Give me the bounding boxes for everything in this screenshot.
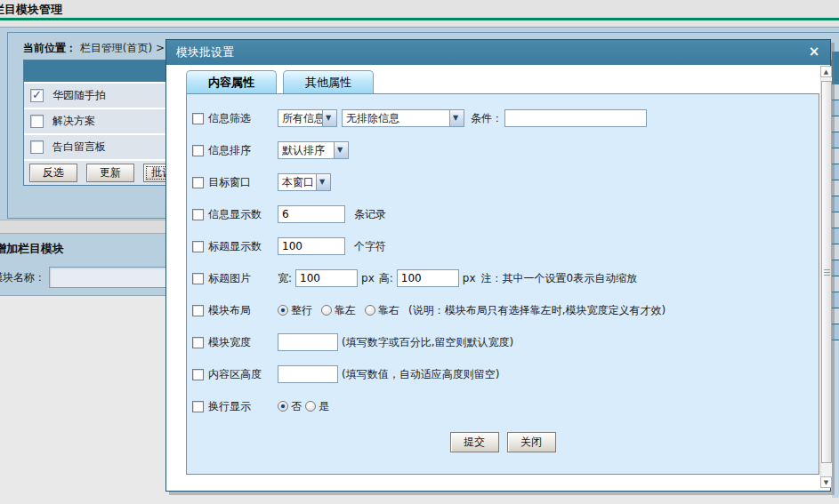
target-window-select[interactable]: 本窗口 <box>278 173 331 191</box>
checkbox-icon[interactable] <box>30 140 44 154</box>
sub-bar <box>0 20 839 27</box>
checkbox-icon[interactable] <box>192 337 204 348</box>
form-row-filter: 信息筛选 所有信息 无排除信息 条件： <box>187 102 819 134</box>
checkbox-checked-icon[interactable] <box>30 89 44 102</box>
form-row-title-count: 标题显示数 个字符 <box>187 230 819 262</box>
field-label: 信息显示数 <box>208 207 278 222</box>
field-label: 信息筛选 <box>208 111 278 126</box>
checkbox-icon[interactable] <box>192 305 204 316</box>
radio-icon[interactable] <box>365 305 375 316</box>
module-row-label[interactable]: 告白留言板 <box>52 140 106 155</box>
radio-label[interactable]: 整行 <box>291 303 312 318</box>
checkbox-icon[interactable] <box>192 177 204 188</box>
radio-icon[interactable] <box>321 305 332 316</box>
chevron-down-icon <box>322 110 336 126</box>
sort-select[interactable]: 默认排序 <box>278 141 349 159</box>
unit-label: 个字符 <box>354 239 386 254</box>
radio-label[interactable]: 靠右 <box>378 303 399 318</box>
tab-content-properties[interactable]: 内容属性 <box>186 70 277 93</box>
radio-selected-icon[interactable] <box>278 305 288 316</box>
checkbox-icon[interactable] <box>192 113 204 124</box>
checkbox-icon[interactable] <box>192 241 204 252</box>
select-value: 所有信息 <box>278 111 322 126</box>
close-icon[interactable]: × <box>805 40 823 65</box>
table-right-edge-rows <box>832 84 839 342</box>
info-count-input[interactable] <box>278 205 345 223</box>
width-label: 宽: <box>278 271 292 286</box>
height-label: 高: <box>379 271 393 286</box>
radio-label[interactable]: 靠左 <box>335 303 356 318</box>
scroll-down-icon[interactable] <box>820 476 832 488</box>
field-label: 目标窗口 <box>208 175 278 190</box>
add-module-title: 增加栏目模块 <box>0 241 64 257</box>
condition-label: 条件： <box>471 111 503 126</box>
form-row-module-width: 模块宽度 (填写数字或百分比,留空则默认宽度) <box>187 326 819 358</box>
form-row-target: 目标窗口 本窗口 <box>187 166 819 198</box>
exclude-select[interactable]: 无排除信息 <box>342 109 464 127</box>
hint-text: (填写数字或百分比,留空则默认宽度) <box>342 335 513 350</box>
radio-icon[interactable] <box>305 401 316 412</box>
form-row-content-height: 内容区高度 (填写数值，自动适应高度则留空) <box>187 358 819 390</box>
content-height-input[interactable] <box>278 365 338 383</box>
field-label: 内容区高度 <box>208 367 278 382</box>
breadcrumb-label: 当前位置： <box>23 42 77 54</box>
dialog-title: 模块批设置 <box>176 45 234 59</box>
update-button[interactable]: 更新 <box>86 164 134 182</box>
select-value: 无排除信息 <box>343 111 449 126</box>
field-label: 模块宽度 <box>208 335 278 350</box>
screen: 栏目模块管理 当前位置： 栏目管理(首页) > 华园随手拍 解决方案 <box>0 0 839 504</box>
close-button[interactable]: 关闭 <box>507 432 556 452</box>
chevron-down-icon <box>316 174 330 190</box>
scrollbar-track[interactable] <box>820 77 832 476</box>
table-right-edge-tail <box>832 342 839 498</box>
module-row-label[interactable]: 华园随手拍 <box>52 88 106 103</box>
field-label: 信息排序 <box>208 143 278 158</box>
field-label: 模块布局 <box>208 303 278 318</box>
dialog-tabs: 内容属性 其他属性 <box>186 70 374 93</box>
page-title: 栏目模块管理 <box>0 2 62 18</box>
dialog-scrollbar <box>820 66 832 488</box>
image-height-input[interactable] <box>397 269 459 287</box>
checkbox-icon[interactable] <box>192 145 204 156</box>
px-label: px <box>463 272 476 284</box>
module-width-input[interactable] <box>278 333 338 351</box>
checkbox-icon[interactable] <box>192 209 204 220</box>
px-label: px <box>361 272 375 284</box>
select-value: 默认排序 <box>278 143 334 158</box>
note-text: (说明：模块布局只有选择靠左时,模块宽度定义有才效) <box>408 303 666 318</box>
title-count-input[interactable] <box>278 237 345 255</box>
condition-input[interactable] <box>504 109 647 127</box>
dialog-form-panel: 信息筛选 所有信息 无排除信息 条件： 信息排序 <box>186 93 819 475</box>
note-text: 注：其中一个设置0表示自动缩放 <box>481 271 638 286</box>
chevron-down-icon <box>449 110 464 126</box>
radio-label[interactable]: 否 <box>291 399 302 414</box>
breadcrumb-path[interactable]: 栏目管理(首页) > <box>80 42 165 54</box>
module-row-label[interactable]: 解决方案 <box>52 114 95 129</box>
scope-select[interactable]: 所有信息 <box>278 109 337 127</box>
scroll-up-icon[interactable] <box>820 66 832 77</box>
tab-other-properties[interactable]: 其他属性 <box>283 70 374 93</box>
image-width-input[interactable] <box>295 269 358 287</box>
invert-selection-button[interactable]: 反选 <box>29 164 77 182</box>
scrollbar-grip <box>824 272 830 273</box>
select-value: 本窗口 <box>278 175 316 190</box>
field-label: 换行显示 <box>208 399 278 414</box>
submit-button[interactable]: 提交 <box>450 432 499 452</box>
unit-label: 条记录 <box>354 207 386 222</box>
form-row-sort: 信息排序 默认排序 <box>187 134 819 166</box>
batch-settings-dialog: 模块批设置 × 内容属性 其他属性 信息筛选 所有信息 无排除信息 <box>165 39 831 492</box>
form-row-layout: 模块布局 整行 靠左 靠右 (说明：模块布局只有选择靠左时,模块宽度定义有才效) <box>187 294 819 326</box>
dialog-button-row: 提交 关闭 <box>187 432 819 452</box>
radio-selected-icon[interactable] <box>278 401 288 412</box>
dialog-title-bar: 模块批设置 × <box>166 40 830 65</box>
checkbox-icon[interactable] <box>192 273 204 284</box>
checkbox-icon[interactable] <box>192 369 204 380</box>
form-row-info-count: 信息显示数 条记录 <box>187 198 819 230</box>
checkbox-icon[interactable] <box>30 115 44 128</box>
checkbox-icon[interactable] <box>192 401 204 412</box>
radio-label[interactable]: 是 <box>319 399 329 414</box>
scrollbar-thumb[interactable] <box>821 81 832 463</box>
table-right-edge <box>832 52 839 498</box>
top-bar: 栏目模块管理 <box>0 0 839 18</box>
field-label: 标题显示数 <box>208 239 278 254</box>
